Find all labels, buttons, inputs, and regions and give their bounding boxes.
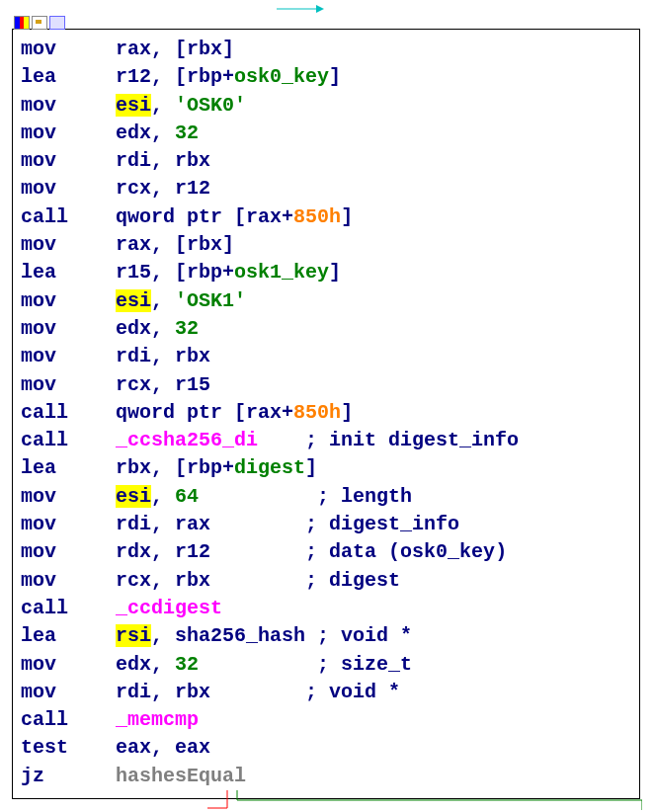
mnemonic: lea xyxy=(21,65,56,88)
asm-line[interactable]: mov rdi, rbx xyxy=(21,343,631,370)
number: 64 xyxy=(175,485,199,508)
mnemonic: mov xyxy=(21,653,56,676)
graph-icon[interactable] xyxy=(49,16,65,30)
punct: , xyxy=(151,177,175,200)
reg: rbp xyxy=(187,456,222,479)
mnemonic: mov xyxy=(21,38,56,60)
punct: , [ xyxy=(151,65,187,88)
punct: , xyxy=(151,122,175,144)
asm-line[interactable]: mov rcx, r12 xyxy=(21,175,631,203)
asm-line[interactable]: call qword ptr [rax+850h] xyxy=(21,399,631,427)
punct: ] xyxy=(341,401,353,424)
reg-hl: rsi xyxy=(116,624,151,647)
pad xyxy=(68,205,116,228)
punct: , [ xyxy=(151,233,187,256)
pad xyxy=(56,289,116,312)
reg: r15 xyxy=(175,373,210,396)
symbol: osk1_key xyxy=(234,261,329,284)
punct: ] xyxy=(222,233,234,256)
number: 32 xyxy=(175,122,199,144)
asm-line[interactable]: mov rdi, rbx xyxy=(21,147,631,175)
pad xyxy=(56,513,116,535)
asm-line[interactable]: mov rcx, r15 xyxy=(21,371,631,399)
punct: [ xyxy=(234,401,246,424)
asm-line[interactable]: mov rax, [rbx] xyxy=(21,231,631,259)
reg: rax xyxy=(246,205,282,228)
mnemonic: mov xyxy=(21,317,56,340)
asm-line[interactable]: mov rdi, rax ; digest_info xyxy=(21,511,631,538)
asm-line[interactable]: lea rsi, sha256_hash ; void * xyxy=(21,622,631,650)
reg: rdi xyxy=(116,513,151,535)
label: hashesEqual xyxy=(116,765,246,787)
color-table-icon[interactable] xyxy=(14,16,30,30)
asm-line[interactable]: mov edx, 32 ; size_t xyxy=(21,651,631,679)
disassembly-block[interactable]: mov rax, [rbx]lea r12, [rbp+osk0_key]mov… xyxy=(12,29,640,799)
comment: ; length xyxy=(199,485,412,508)
asm-line[interactable]: mov rax, [rbx] xyxy=(21,36,631,63)
mnemonic: mov xyxy=(21,485,56,508)
asm-line[interactable]: test eax, eax xyxy=(21,734,631,762)
asm-line[interactable]: lea r12, [rbp+osk0_key] xyxy=(21,63,631,91)
pad xyxy=(44,765,116,787)
asm-line[interactable]: call _ccdigest xyxy=(21,595,631,622)
pad xyxy=(68,597,116,619)
mnemonic: test xyxy=(21,736,68,759)
punct: + xyxy=(282,205,293,228)
asm-line[interactable]: lea r15, [rbp+osk1_key] xyxy=(21,259,631,286)
asm-line[interactable]: lea rbx, [rbp+digest] xyxy=(21,454,631,482)
mnemonic: call xyxy=(21,205,68,228)
asm-line[interactable]: mov edx, 32 xyxy=(21,315,631,343)
asm-line[interactable]: call _ccsha256_di ; init digest_info xyxy=(21,427,631,454)
mnemonic: call xyxy=(21,708,68,731)
punct: , xyxy=(151,624,175,647)
punct: , xyxy=(151,653,175,676)
comment: ; digest_info xyxy=(210,513,459,535)
mnemonic: mov xyxy=(21,345,56,367)
pad xyxy=(68,429,116,451)
mnemonic: call xyxy=(21,597,68,619)
edit-icon[interactable] xyxy=(32,16,47,30)
pad xyxy=(56,569,116,592)
asm-line[interactable]: mov esi, 64 ; length xyxy=(21,483,631,511)
reg: rcx xyxy=(116,177,151,200)
asm-line[interactable]: mov rcx, rbx ; digest xyxy=(21,567,631,595)
reg: eax xyxy=(175,736,210,759)
block-toolbar xyxy=(14,16,65,30)
pad xyxy=(56,149,116,172)
func-call: _ccdigest xyxy=(116,597,222,619)
punct: , xyxy=(151,317,175,340)
pad xyxy=(56,261,116,284)
pad xyxy=(56,653,116,676)
punct: , xyxy=(151,569,175,592)
pad xyxy=(56,317,116,340)
asm-line[interactable]: mov esi, 'OSK1' xyxy=(21,287,631,315)
punct: [ xyxy=(234,205,246,228)
hex-offset: 850h xyxy=(293,401,341,424)
svg-marker-1 xyxy=(316,5,324,13)
mnemonic: mov xyxy=(21,122,56,144)
number: 32 xyxy=(175,653,199,676)
asm-line[interactable]: mov edx, 32 xyxy=(21,120,631,147)
asm-line[interactable]: mov rdx, r12 ; data (osk0_key) xyxy=(21,538,631,566)
asm-line[interactable]: call _memcmp xyxy=(21,706,631,734)
punct: , [ xyxy=(151,456,187,479)
func-call: _ccsha256_di xyxy=(116,429,258,451)
comment: ; init digest_info xyxy=(258,429,519,451)
mnemonic: mov xyxy=(21,149,56,172)
punct: , [ xyxy=(151,38,187,60)
reg: rax xyxy=(175,513,210,535)
string: 'OSK1' xyxy=(175,289,246,312)
punct: , xyxy=(151,289,175,312)
asm-line[interactable]: mov rdi, rbx ; void * xyxy=(21,679,631,706)
pad xyxy=(56,485,116,508)
symbol: digest xyxy=(234,456,305,479)
asm-line[interactable]: call qword ptr [rax+850h] xyxy=(21,203,631,231)
reg: rbx xyxy=(187,233,222,256)
punct: ] xyxy=(329,65,341,88)
mnemonic: mov xyxy=(21,177,56,200)
mnemonic: mov xyxy=(21,373,56,396)
asm-line[interactable]: jz hashesEqual xyxy=(21,763,631,790)
pad xyxy=(68,736,116,759)
mnemonic: call xyxy=(21,429,68,451)
asm-line[interactable]: mov esi, 'OSK0' xyxy=(21,92,631,120)
